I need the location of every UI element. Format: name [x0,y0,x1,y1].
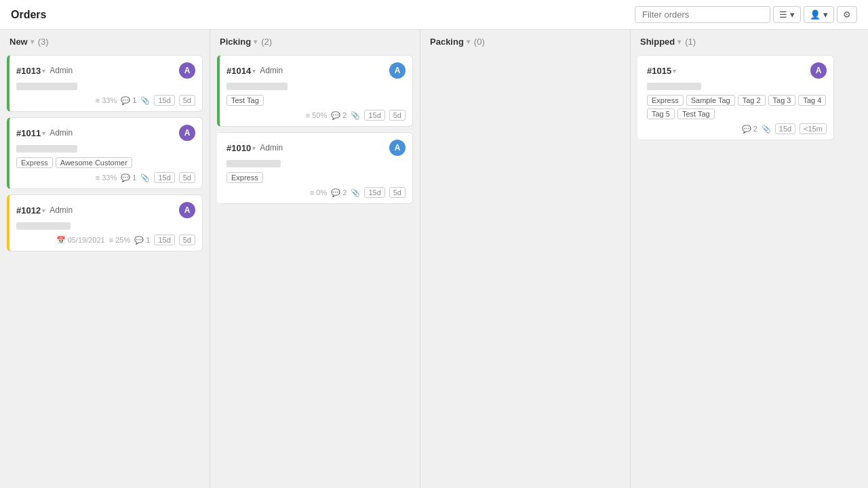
column-label-shipped: Shipped [640,37,675,47]
column-header-packing[interactable]: Packing ▾ (0) [420,30,630,52]
customer-name [226,160,281,167]
card-header: #1014 ▾ Admin A [226,62,406,79]
user-filter-button[interactable]: 👤 ▾ [804,6,834,23]
time-badge: 15d [364,110,384,121]
progress-indicator: ≡ 33% [96,96,117,104]
card-dropdown-icon[interactable]: ▾ [42,67,45,75]
card-customer [16,81,195,91]
card-id: #1012 [16,205,41,216]
time-badge: 5d [179,172,195,183]
column-chevron-icon: ▾ [677,38,681,45]
column-count-picking: (2) [261,37,272,47]
attachments-count: 📎 [351,188,360,197]
card-id: #1011 [16,128,41,138]
card-footer: ≡ 50%💬 2📎15d5d [226,110,406,121]
card-dropdown-icon[interactable]: ▾ [252,67,256,75]
comments-count: 💬 1 [121,96,136,105]
tag[interactable]: Test Tag [226,95,264,106]
avatar: A [810,62,827,79]
tag[interactable]: Tag 4 [798,95,826,106]
comments-count: 💬 2 [742,125,757,134]
time-badge: <15m [800,123,827,134]
attachments-count: 📎 [351,111,360,120]
table-row[interactable]: #1014 ▾ Admin A Test Tag ≡ 50%💬 2📎15d5d [217,55,413,127]
card-header-left: #1015 ▾ [647,66,680,76]
card-header: #1015 ▾ A [647,62,827,79]
column-count-new: (3) [38,37,49,47]
card-footer: 💬 2📎15d<15m [647,123,827,134]
time-badge: 15d [154,95,174,106]
tag[interactable]: Express [647,95,684,106]
card-assignee: Admin [260,143,283,152]
card-dropdown-icon[interactable]: ▾ [42,129,45,137]
progress-indicator: ≡ 25% [109,236,131,244]
time-badge: 15d [154,172,174,183]
progress-indicator: ≡ 33% [96,174,117,182]
tag[interactable]: Tag 2 [738,95,766,106]
comments-count: 💬 1 [134,236,150,245]
comments-count: 💬 2 [331,111,347,120]
table-row[interactable]: #1013 ▾ Admin A ≡ 33%💬 1📎15d5d [7,55,203,112]
filter-chevron-icon: ▾ [790,9,795,20]
time-badge: 15d [154,235,174,245]
card-assignee: Admin [260,66,283,75]
card-dropdown-icon[interactable]: ▾ [42,207,45,214]
column-chevron-icon: ▾ [31,38,34,45]
column-header-shipped[interactable]: Shipped ▾ (1) [631,30,841,52]
column-shipped: Shipped ▾ (1) #1015 ▾ A ExpressSample Ta… [631,30,841,488]
column-header-picking[interactable]: Picking ▾ (2) [210,30,420,52]
card-header: #1011 ▾ Admin A [16,125,195,141]
settings-icon: ⚙ [843,9,851,20]
time-badge: 5d [179,95,195,106]
card-tags: Express [226,172,406,183]
column-cards-shipped: #1015 ▾ A ExpressSample TagTag 2Tag 3Tag… [631,52,841,147]
page-title: Orders [11,9,46,21]
card-dropdown-icon[interactable]: ▾ [252,144,256,152]
column-new: New ▾ (3) #1013 ▾ Admin A ≡ 33%💬 1📎15d5d… [0,30,210,488]
settings-button[interactable]: ⚙ [837,6,857,23]
tag[interactable]: Tag 3 [768,95,796,106]
column-label-new: New [9,37,28,47]
tag[interactable]: Tag 5 [647,108,675,119]
customer-name [16,145,77,152]
card-header-left: #1010 ▾ Admin [226,143,283,153]
card-header-left: #1013 ▾ Admin [16,66,73,76]
tag[interactable]: Awesome Customer [56,157,132,168]
card-customer [226,81,406,91]
top-bar: Orders ☰ ▾ 👤 ▾ ⚙ [0,0,868,30]
avatar: A [389,62,406,79]
tag[interactable]: Test Tag [677,108,715,119]
card-assignee: Admin [50,128,73,138]
column-cards-new: #1013 ▾ Admin A ≡ 33%💬 1📎15d5d #1011 ▾ A… [0,52,210,258]
tag[interactable]: Express [16,157,53,168]
card-id: #1014 [226,66,251,76]
avatar: A [179,125,195,141]
table-row[interactable]: #1015 ▾ A ExpressSample TagTag 2Tag 3Tag… [637,55,834,140]
filter-button[interactable]: ☰ ▾ [773,6,801,23]
card-header: #1010 ▾ Admin A [226,140,406,156]
card-footer: ≡ 33%💬 1📎15d5d [16,172,195,183]
board: New ▾ (3) #1013 ▾ Admin A ≡ 33%💬 1📎15d5d… [0,30,868,488]
time-badge: 15d [364,187,384,198]
time-badge: 5d [389,110,406,121]
time-badge: 5d [179,235,195,245]
progress-indicator: ≡ 50% [306,111,328,119]
search-input[interactable] [635,6,770,23]
tag[interactable]: Sample Tag [686,95,735,106]
column-count-packing: (0) [474,37,485,47]
card-dropdown-icon[interactable]: ▾ [673,67,676,75]
customer-name [226,83,288,90]
table-row[interactable]: #1010 ▾ Admin A Express ≡ 0%💬 2📎15d5d [217,132,413,204]
card-header-left: #1012 ▾ Admin [16,205,73,216]
table-row[interactable]: #1011 ▾ Admin A ExpressAwesome Customer … [7,117,203,189]
column-header-new[interactable]: New ▾ (3) [0,30,210,52]
card-customer [16,221,195,230]
customer-name [16,222,71,230]
card-footer: ≡ 0%💬 2📎15d5d [226,187,406,198]
card-customer [16,144,195,153]
table-row[interactable]: #1012 ▾ Admin A 📅 05/19/2021≡ 25%💬 115d5… [7,195,203,251]
card-header-left: #1011 ▾ Admin [16,128,73,138]
column-count-shipped: (1) [685,37,696,47]
attachments-count: 📎 [140,174,150,182]
tag[interactable]: Express [226,172,263,183]
